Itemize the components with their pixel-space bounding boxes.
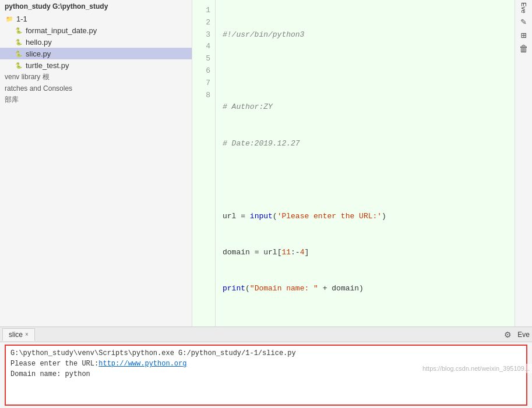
code-line-5 bbox=[223, 174, 508, 186]
py-file-icon: 🐍 bbox=[14, 61, 23, 70]
py-file-icon: 🐍 bbox=[14, 37, 23, 47]
eve-label: Eve bbox=[520, 2, 527, 13]
eve-tab-label: Eve bbox=[517, 331, 530, 339]
tab-close-icon[interactable]: × bbox=[25, 331, 29, 338]
console-tab[interactable]: slice × bbox=[2, 328, 35, 341]
toolbar-right: ⚙ Eve bbox=[502, 329, 530, 340]
sidebar-item-slice[interactable]: 🐍 slice.py bbox=[0, 48, 192, 59]
code-line-4: # Date:2019.12.27 bbox=[223, 138, 508, 150]
sidebar-item-label: format_input_date.py bbox=[26, 26, 97, 35]
console-prompt-text: Please enter the URL: bbox=[10, 360, 98, 368]
console-output: G:\python_study\venv\Scripts\python.exe … bbox=[5, 345, 527, 406]
py-file-icon: 🐍 bbox=[14, 26, 23, 35]
right-panel-icon1[interactable]: ✎ bbox=[521, 16, 527, 27]
venv-label: venv library 根 bbox=[5, 73, 50, 81]
sidebar-item-label: slice.py bbox=[26, 49, 51, 58]
sidebar-section-libs[interactable]: 部库 bbox=[0, 94, 192, 106]
code-line-6: url = input('Please enter the URL:') bbox=[223, 211, 508, 223]
sidebar-section-venv[interactable]: venv library 根 bbox=[0, 71, 192, 83]
sidebar-item-label: 1-1 bbox=[16, 15, 27, 23]
sidebar-item-hello[interactable]: 🐍 hello.py bbox=[0, 36, 192, 48]
libs-label: 部库 bbox=[5, 95, 19, 104]
code-line-1: #!/usr/bin/python3 bbox=[223, 29, 508, 41]
sidebar-header: python_study G:\python_study bbox=[0, 0, 192, 13]
code-line-3: # Author:ZY bbox=[223, 101, 508, 113]
main-area: python_study G:\python_study 📁 1-1 🐍 for… bbox=[0, 0, 532, 327]
code-line-7: domain = url[11:-4] bbox=[223, 247, 508, 259]
scratches-label: ratches and Consoles bbox=[5, 84, 72, 93]
code-line-8: print("Domain name: " + domain) bbox=[223, 283, 508, 295]
sidebar: python_study G:\python_study 📁 1-1 🐍 for… bbox=[0, 0, 192, 327]
sidebar-item-label: hello.py bbox=[26, 38, 52, 47]
right-panel-icon2[interactable]: ⊞ bbox=[521, 30, 527, 41]
console-link[interactable]: http://www.python.org bbox=[98, 360, 186, 368]
sidebar-item-label: turtle_test.py bbox=[26, 61, 69, 70]
sidebar-section-scratches[interactable]: ratches and Consoles bbox=[0, 83, 192, 94]
code-container[interactable]: 1 2 3 4 5 6 7 8 #!/usr/bin/python3 # Aut… bbox=[192, 0, 515, 327]
console-line-1: G:\python_study\venv\Scripts\python.exe … bbox=[10, 348, 522, 359]
bottom-tabs: slice × ⚙ Eve bbox=[0, 327, 532, 342]
code-line-2 bbox=[223, 65, 508, 77]
right-panel-icon3[interactable]: 🗑 bbox=[519, 44, 529, 55]
line-numbers: 1 2 3 4 5 6 7 8 bbox=[192, 0, 216, 327]
sidebar-item-folder[interactable]: 📁 1-1 bbox=[0, 13, 192, 24]
watermark: https://blog.csdn.net/weixin_395109... bbox=[420, 364, 532, 373]
right-panel: Eve ✎ ⊞ 🗑 bbox=[515, 0, 532, 327]
code-content[interactable]: #!/usr/bin/python3 # Author:ZY # Date:20… bbox=[216, 0, 515, 327]
tab-label: slice bbox=[9, 331, 23, 339]
settings-button[interactable]: ⚙ bbox=[502, 329, 514, 340]
editor-area: 1 2 3 4 5 6 7 8 #!/usr/bin/python3 # Aut… bbox=[192, 0, 515, 327]
sidebar-item-turtle[interactable]: 🐍 turtle_test.py bbox=[0, 59, 192, 71]
sidebar-item-format[interactable]: 🐍 format_input_date.py bbox=[0, 24, 192, 36]
folder-icon: 📁 bbox=[5, 14, 14, 23]
py-file-icon: 🐍 bbox=[14, 49, 23, 58]
